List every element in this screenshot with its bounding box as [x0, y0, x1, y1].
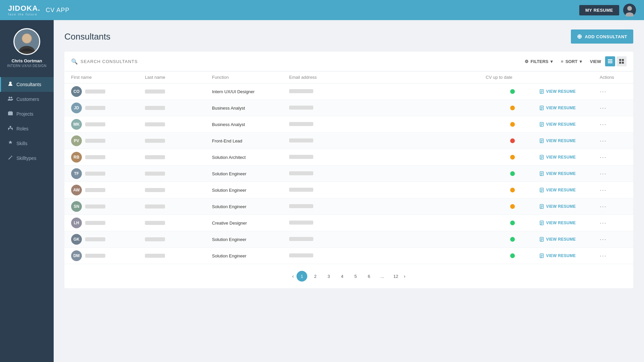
svg-rect-17 — [619, 59, 621, 61]
search-input[interactable] — [80, 59, 174, 64]
svg-point-11 — [10, 126, 11, 128]
user-avatar-button[interactable] — [623, 4, 636, 16]
lastname-text — [145, 204, 165, 208]
email-text — [289, 253, 313, 257]
svg-point-13 — [11, 128, 13, 129]
pagination-page-4[interactable]: 4 — [337, 271, 347, 282]
more-actions-button[interactable]: ··· — [600, 154, 607, 161]
cell-actions: ··· — [600, 187, 627, 194]
svg-point-8 — [9, 97, 10, 99]
pagination-prev[interactable]: ‹ — [292, 274, 294, 279]
chevron-down-icon: ▾ — [550, 59, 553, 64]
more-actions-button[interactable]: ··· — [600, 170, 607, 177]
header-email: Email address — [289, 75, 486, 80]
more-actions-button[interactable]: ··· — [600, 236, 607, 243]
view-resume-button[interactable]: VIEW RESUME — [539, 253, 576, 258]
cell-cv-status — [486, 237, 539, 242]
pagination-page-1[interactable]: 1 — [297, 271, 307, 282]
cell-view-resume: VIEW RESUME — [539, 188, 600, 192]
table-row: MK Business Analyst VIEW RESUME — [64, 116, 633, 133]
search-icon: 🔍 — [71, 58, 78, 65]
cell-lastname — [145, 204, 212, 208]
more-actions-button[interactable]: ··· — [600, 88, 607, 95]
cell-firstname: AW — [71, 185, 145, 195]
row-avatar: GK — [71, 234, 82, 245]
cell-lastname — [145, 188, 212, 192]
sidebar-item-customers[interactable]: Customers — [0, 92, 54, 107]
cell-lastname — [145, 89, 212, 94]
skills-icon — [8, 140, 13, 147]
cell-actions: ··· — [600, 154, 627, 161]
lastname-text — [145, 188, 165, 192]
row-avatar: PV — [71, 135, 82, 146]
firstname-text — [85, 221, 105, 225]
list-view-button[interactable] — [605, 56, 615, 66]
cell-firstname: PV — [71, 135, 145, 146]
more-actions-button[interactable]: ··· — [600, 203, 607, 210]
sidebar-item-skilltypes[interactable]: Skilltypes — [0, 151, 54, 166]
pagination-page-6[interactable]: 6 — [364, 271, 374, 282]
cell-cv-status — [486, 138, 539, 143]
view-resume-button[interactable]: VIEW RESUME — [539, 122, 576, 127]
view-resume-button[interactable]: VIEW RESUME — [539, 221, 576, 225]
pagination-next[interactable]: › — [404, 274, 406, 279]
pagination-page-5[interactable]: 5 — [350, 271, 361, 282]
sidebar-item-consultants-label: Consultants — [16, 82, 41, 87]
skilltypes-icon — [8, 155, 13, 162]
cell-actions: ··· — [600, 105, 627, 112]
view-resume-button[interactable]: VIEW RESUME — [539, 204, 576, 209]
more-actions-button[interactable]: ··· — [600, 220, 607, 227]
header-firstname: First name — [71, 75, 145, 80]
pagination-page-12[interactable]: 12 — [390, 271, 401, 282]
sidebar-item-skills[interactable]: Skills — [0, 136, 54, 151]
view-resume-button[interactable]: VIEW RESUME — [539, 106, 576, 110]
lastname-text — [145, 237, 165, 241]
cell-email — [289, 171, 486, 176]
table-header: First name Last name Function Email addr… — [64, 71, 633, 83]
sort-button[interactable]: ≡ SORT ▾ — [561, 59, 582, 64]
sidebar-item-consultants[interactable]: Consultants — [0, 77, 54, 92]
more-actions-button[interactable]: ··· — [600, 121, 607, 128]
add-consultant-button[interactable]: ⊕ ADD CONSULTANT — [571, 29, 633, 44]
view-resume-button[interactable]: VIEW RESUME — [539, 155, 576, 160]
view-resume-button[interactable]: VIEW RESUME — [539, 138, 576, 143]
cell-firstname: SN — [71, 201, 145, 212]
sidebar-item-projects[interactable]: Projects — [0, 107, 54, 121]
view-resume-button[interactable]: VIEW RESUME — [539, 171, 576, 176]
table-row: LH Creative Designer VIEW RESUME — [64, 215, 633, 231]
filters-button[interactable]: ⚙ FILTERS ▾ — [525, 59, 553, 64]
firstname-text — [85, 172, 105, 176]
view-resume-button[interactable]: VIEW RESUME — [539, 237, 576, 242]
cell-firstname: GK — [71, 234, 145, 245]
pagination-page-2[interactable]: 2 — [310, 271, 321, 282]
consultants-icon — [8, 81, 13, 88]
view-resume-button[interactable]: VIEW RESUME — [539, 89, 576, 94]
firstname-text — [85, 254, 105, 258]
cell-cv-status — [486, 122, 539, 127]
table-row: GK Solution Engineer VIEW RESUME — [64, 231, 633, 248]
more-actions-button[interactable]: ··· — [600, 105, 607, 112]
more-actions-button[interactable]: ··· — [600, 252, 607, 259]
sidebar-item-roles[interactable]: Roles — [0, 121, 54, 136]
cell-lastname — [145, 155, 212, 159]
row-avatar: MK — [71, 119, 82, 130]
svg-rect-18 — [622, 59, 624, 61]
email-text — [289, 221, 313, 225]
my-resume-button[interactable]: MY RESUME — [579, 5, 619, 15]
app-title: CV APP — [46, 7, 69, 14]
more-actions-button[interactable]: ··· — [600, 137, 607, 144]
cell-actions: ··· — [600, 170, 627, 177]
more-actions-button[interactable]: ··· — [600, 187, 607, 194]
cell-view-resume: VIEW RESUME — [539, 89, 600, 94]
firstname-text — [85, 139, 105, 143]
email-text — [289, 138, 313, 142]
topnav-left: JIDOKA. face the future CV APP — [8, 4, 69, 16]
grid-view-button[interactable] — [616, 56, 627, 66]
cv-status-dot — [510, 171, 515, 176]
pagination-page-3[interactable]: 3 — [323, 271, 334, 282]
lastname-text — [145, 139, 165, 143]
email-text — [289, 106, 313, 110]
cv-status-dot — [510, 204, 515, 209]
svg-rect-16 — [608, 62, 612, 63]
view-resume-button[interactable]: VIEW RESUME — [539, 188, 576, 192]
